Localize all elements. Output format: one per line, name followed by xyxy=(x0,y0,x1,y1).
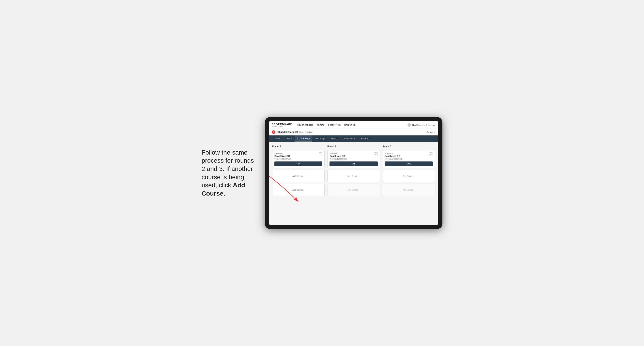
tab-results[interactable]: Results xyxy=(328,136,340,142)
round-3-remove-button[interactable]: ✕ xyxy=(429,152,433,156)
tournament-name: Clippd Invitational xyxy=(278,131,298,134)
round-1-edit-button[interactable]: Edit xyxy=(274,162,322,166)
hosting-badge: Hosting xyxy=(305,131,314,134)
round-2-remove-button[interactable]: ✕ xyxy=(374,152,378,156)
round-2-course-details: Yellow (M) (6629 yds) xyxy=(330,158,347,160)
round-3-add-course-1[interactable]: Add Course + xyxy=(382,170,435,182)
round-1-remove-button[interactable]: ✕ xyxy=(319,152,322,156)
round-3-column: Round 3 (Course A) Peachtree GC Yellow (… xyxy=(382,145,435,196)
round-2-add-course-2: Add Course + xyxy=(327,184,380,196)
round-1-add-course-1-label: Add Course + xyxy=(292,175,304,177)
nav-committee[interactable]: COMMITTEE xyxy=(328,124,341,126)
sign-out-link[interactable]: Sign out xyxy=(428,124,435,126)
cancel-button[interactable]: Cancel ✕ xyxy=(427,131,435,133)
round-2-label: Round 2 xyxy=(327,145,380,148)
main-content: Round 1 (Course A) Peachtree GC Yellow (… xyxy=(269,142,438,225)
round-2-column: Round 2 (Course A) Peachtree GC Yellow (… xyxy=(327,145,380,196)
tabs-bar: Details Teams Course Setup Tee Groups Re… xyxy=(269,136,438,142)
round-1-course-name: Peachtree GC xyxy=(274,155,292,158)
round-3-add-course-1-label: Add Course + xyxy=(403,175,415,177)
round-3-course-label: (Course A) xyxy=(385,152,402,154)
round-2-add-course-2-label: Add Course + xyxy=(348,189,360,191)
tab-course-setup[interactable]: Course Setup xyxy=(295,136,312,142)
round-2-add-course-1[interactable]: Add Course + xyxy=(327,170,380,182)
round-2-course-label: (Course A) xyxy=(330,152,347,154)
round-2-course-info: (Course A) Peachtree GC Yellow (M) (6629… xyxy=(330,152,347,160)
tablet-frame: SCOREBOARD Powered by clippd TOURNAMENTS… xyxy=(265,117,442,229)
round-3-add-course-2: Add Course + xyxy=(382,184,435,196)
nav-links: TOURNAMENTS TEAMS COMMITTEE RANKINGS xyxy=(297,124,408,126)
round-3-course-details: Yellow (M) (6629 yds) xyxy=(385,158,402,160)
clippd-logo: C xyxy=(272,130,276,134)
round-1-course-details: Yellow (M) (6629 yds) xyxy=(274,158,292,160)
round-3-edit-button[interactable]: Edit xyxy=(385,162,433,166)
round-3-card-header: (Course A) Peachtree GC Yellow (M) (6629… xyxy=(385,152,433,160)
logo-sub: Powered by clippd xyxy=(272,126,292,127)
round-3-course-info: (Course A) Peachtree GC Yellow (M) (6629… xyxy=(385,152,402,160)
round-2-course-card: (Course A) Peachtree GC Yellow (M) (6629… xyxy=(327,150,380,168)
nav-tournaments[interactable]: TOURNAMENTS xyxy=(297,124,314,126)
round-1-column: Round 1 (Course A) Peachtree GC Yellow (… xyxy=(272,145,324,196)
tournament-badge: (Men) xyxy=(299,131,304,133)
user-email: blair@clippd.io xyxy=(412,124,425,126)
sub-header: C Clippd Invitational (Men) Hosting Canc… xyxy=(269,129,438,136)
tab-teams[interactable]: Teams xyxy=(284,136,295,142)
round-1-course-card: (Course A) Peachtree GC Yellow (M) (6629… xyxy=(272,150,324,168)
round-2-add-course-1-label: Add Course + xyxy=(348,175,360,177)
instruction-bold: Add Course. xyxy=(202,181,245,197)
nav-rankings[interactable]: RANKINGS xyxy=(344,124,356,126)
round-1-label: Round 1 xyxy=(272,145,324,148)
round-1-add-course-1[interactable]: Add Course + xyxy=(272,170,324,182)
tab-leaderboards[interactable]: Leaderboards xyxy=(340,136,358,142)
nav-separator: | xyxy=(426,124,427,126)
round-3-add-course-2-label: Add Course + xyxy=(403,189,415,191)
round-2-edit-button[interactable]: Edit xyxy=(330,162,378,166)
round-2-card-header: (Course A) Peachtree GC Yellow (M) (6629… xyxy=(330,152,378,160)
round-1-course-info: (Course A) Peachtree GC Yellow (M) (6629… xyxy=(274,152,292,160)
round-1-add-course-2[interactable]: Add Course + xyxy=(272,184,324,196)
round-1-course-label: (Course A) xyxy=(274,152,292,154)
round-3-course-card: (Course A) Peachtree GC Yellow (M) (6629… xyxy=(382,150,435,168)
tab-details[interactable]: Details xyxy=(272,136,284,142)
nav-teams[interactable]: TEAMS xyxy=(317,124,324,126)
round-1-add-course-2-label: Add Course + xyxy=(292,189,304,191)
round-3-label: Round 3 xyxy=(382,145,435,148)
rounds-grid: Round 1 (Course A) Peachtree GC Yellow (… xyxy=(272,145,435,196)
round-3-course-name: Peachtree GC xyxy=(385,155,402,158)
nav-right: blair@clippd.io | Sign out xyxy=(408,123,435,127)
logo-area: SCOREBOARD Powered by clippd xyxy=(272,123,292,127)
tab-tee-groups[interactable]: Tee Groups xyxy=(312,136,328,142)
top-nav: SCOREBOARD Powered by clippd TOURNAMENTS… xyxy=(269,121,438,129)
instruction-text: Follow the same process for rounds 2 and… xyxy=(202,149,257,198)
logo-scoreboard: SCOREBOARD xyxy=(272,123,292,126)
round-1-card-header: (Course A) Peachtree GC Yellow (M) (6629… xyxy=(274,152,322,160)
tab-printables[interactable]: Printables xyxy=(358,136,372,142)
page-wrapper: Follow the same process for rounds 2 and… xyxy=(184,117,460,229)
clippd-c-icon: C xyxy=(272,130,276,134)
user-avatar xyxy=(408,123,411,127)
round-2-course-name: Peachtree GC xyxy=(330,155,347,158)
tablet-screen: SCOREBOARD Powered by clippd TOURNAMENTS… xyxy=(269,121,438,225)
